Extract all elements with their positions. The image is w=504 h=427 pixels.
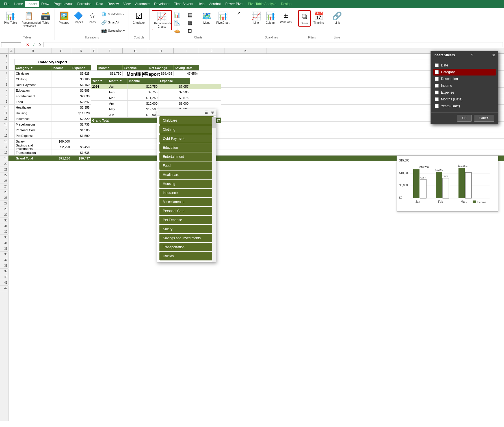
col-header-H[interactable]: H [148,48,174,53]
icons-btn[interactable]: ☆ Icons [86,10,98,25]
menu-power-pivot[interactable]: Power Pivot [223,1,246,7]
slicer-item[interactable]: Insurance [159,189,214,197]
menu-insert[interactable]: Insert [25,1,39,7]
icons-label: Icons [89,21,96,24]
dialog-close-icon[interactable]: ✕ [492,53,495,57]
charts-expand-btn[interactable]: ↗ [232,10,245,16]
dialog-cancel-btn[interactable]: Cancel [474,115,494,122]
checkbox-btn[interactable]: ☑ Checkbox [131,10,147,25]
shapes-btn[interactable]: 🔷 Shapes [72,10,85,25]
recommended-charts-btn[interactable]: 📈 Recommended Charts [152,10,172,30]
menu-time-savers[interactable]: Time Savers [172,1,195,7]
col-header-J[interactable]: J [199,48,224,53]
menu-acrobat[interactable]: Acrobat [207,1,223,7]
menu-view[interactable]: View [121,1,133,7]
column-chart-btn[interactable]: 📊 [173,11,185,19]
3d-models-btn[interactable]: 🧊 3D Models ▾ [99,10,126,18]
menu-review[interactable]: Review [105,1,121,7]
col-header-I[interactable]: I [174,48,199,53]
line-chart-btn[interactable]: 📉 [173,19,185,27]
slicer-item[interactable]: Housing [159,180,214,188]
slicer-item[interactable]: Salary [159,225,214,233]
col-header-C[interactable]: C [51,48,71,53]
cancel-formula-icon[interactable]: ✕ [25,42,30,47]
column-sparkline-label: Column [266,21,275,24]
slicer-item[interactable]: Personal Care [159,207,214,215]
slicer-item[interactable]: Savings and Investments [159,234,214,242]
row-num-6: 6 [0,82,8,88]
dialog-checkbox-row-years-date: Years (Date) [435,103,494,109]
dialog-ok-btn[interactable]: OK [457,115,471,122]
menu-page-layout[interactable]: Page Layout [51,1,75,7]
win-loss-btn[interactable]: ± Win/Loss [278,10,293,25]
col-header-E[interactable]: E [91,48,97,53]
slicer-item[interactable]: Debt Payment [159,134,214,143]
checkbox-income[interactable] [435,84,439,88]
slicer-item[interactable]: Transportation [159,243,214,251]
slicer-item[interactable]: Education [159,143,214,152]
confirm-formula-icon[interactable]: ✓ [31,42,36,47]
checkbox-months-date[interactable] [435,97,439,101]
slicer-item[interactable]: Childcare [159,116,214,125]
pivottable-btn[interactable]: 📊 PivotTable [2,10,19,25]
menu-file[interactable]: File [2,1,12,7]
links-group-label: Links [330,35,344,40]
3d-models-icon: 🧊 [101,11,107,17]
line-sparkline-btn[interactable]: 📈 Line [250,10,263,25]
pie-chart-btn[interactable]: 🥧 [173,27,185,34]
col-header-B[interactable]: B [15,48,51,53]
menu-developer[interactable]: Developer [152,1,172,7]
slicer-item[interactable]: Entertainment [159,152,214,161]
area-chart-btn[interactable]: ▨ [187,19,199,27]
checkbox-expense[interactable] [435,90,439,94]
checkbox-label-description: Description [441,77,458,81]
col-header-F[interactable]: F [97,48,123,53]
slicer-multiselect-icon[interactable]: ☰ [204,110,208,115]
pictures-btn[interactable]: 🖼️ Pictures [57,10,71,25]
row-num-14: 14 [0,127,8,133]
line-sparkline-icon: 📈 [251,11,261,21]
menu-automate[interactable]: Automate [133,1,152,7]
checkbox-description[interactable] [435,77,439,81]
col-header-G[interactable]: G [123,48,148,53]
slicer-item[interactable]: Pet Expense [159,216,214,224]
menu-help[interactable]: Help [195,1,207,7]
slicer-item[interactable]: Utilities [159,252,214,260]
timeline-btn[interactable]: 📅 Timeline [312,10,326,25]
row-num-1: 1 [0,54,8,59]
menu-pivottable-analyze[interactable]: PivotTable Analyze [246,1,279,7]
menu-home[interactable]: Home [12,1,25,7]
slicer-item[interactable]: Healthcare [159,171,214,179]
menu-draw[interactable]: Draw [39,1,51,7]
col-header-D[interactable]: D [71,48,91,53]
dialog-help-icon[interactable]: ? [471,53,473,57]
function-icon[interactable]: fx [38,42,42,47]
menu-data[interactable]: Data [94,1,105,7]
screenshot-btn[interactable]: 📷 Screenshot ▾ [99,27,126,34]
smartart-btn[interactable]: 🔗 SmartArt [99,18,126,26]
slicer-btn[interactable]: ⧉ Slicer [298,10,311,27]
checkbox-date[interactable] [435,63,439,67]
slicer-item[interactable]: Food [159,161,214,170]
slicer-clear-filter-icon[interactable]: ⊘ [211,110,214,115]
scatter-chart-btn[interactable]: ⊡ [187,27,199,34]
name-box[interactable]: B15 [1,42,21,47]
row-num-16: 16 [0,139,8,144]
maps-btn[interactable]: 🗺️ Maps [200,10,213,25]
checkbox-category[interactable] [435,70,439,74]
table-btn[interactable]: 🗃️ Table [39,10,52,25]
col-header-A[interactable]: A [8,48,15,53]
bar-chart-btn[interactable]: ▤ [187,11,199,19]
checkbox-years-date[interactable] [435,104,439,108]
link-btn[interactable]: 🔗 Link [330,10,344,25]
recommended-pivottables-btn[interactable]: 📋 Recommended PivotTables [20,10,38,29]
formula-input[interactable]: Pet Expense [43,42,503,47]
pivotchart-btn[interactable]: 📊 PivotChart [215,10,231,25]
menu-design[interactable]: Design [279,1,294,7]
column-sparkline-btn[interactable]: 📊 Column [264,10,277,25]
slicer-item[interactable]: Clothing [159,125,214,134]
slicer-item[interactable]: Miscellaneous [159,198,214,206]
col-header-K[interactable]: K [224,48,267,53]
menu-formulas[interactable]: Formulas [75,1,94,7]
table-row: Housing$11,320 [8,110,504,116]
